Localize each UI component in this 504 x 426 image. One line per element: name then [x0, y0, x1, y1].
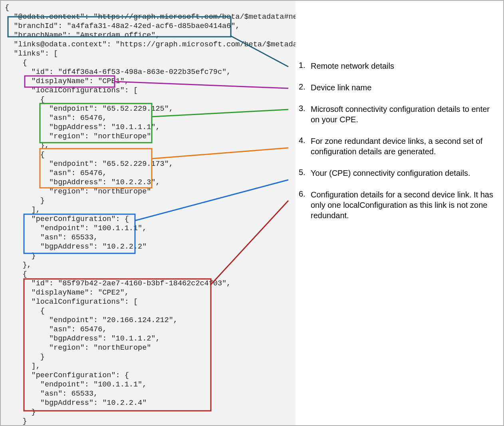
code-line: ],	[5, 205, 296, 215]
code-line: "branchName": "Amsterdam office",	[5, 31, 296, 40]
legend-item-number: 5.	[296, 168, 311, 177]
code-line: }	[5, 251, 296, 261]
code-line: }	[5, 352, 296, 362]
code-line: "displayName": "CPE2",	[5, 288, 296, 297]
code-line: },	[5, 141, 296, 150]
diagram-frame: { "@odata.context": "https://graph.micro…	[0, 0, 504, 426]
legend-item-number: 6.	[296, 189, 311, 199]
code-line: "links@odata.context": "https://graph.mi…	[5, 40, 296, 49]
legend-item: 2.Device link name	[296, 82, 499, 93]
legend-item-text: Your (CPE) connectivity configuration de…	[311, 168, 499, 178]
code-line: "peerConfiguration": {	[5, 371, 296, 380]
code-line: {	[5, 307, 296, 316]
code-line: "bgpAddress": "10.2.2.2"	[5, 242, 296, 251]
code-line: "region": "northEurope"	[5, 343, 296, 352]
code-line: },	[5, 261, 296, 270]
code-line: {	[5, 95, 296, 104]
legend-item-text: Device link name	[311, 82, 499, 93]
code-line: "bgpAddress": "10.1.1.2",	[5, 334, 296, 343]
legend-item: 1.Remote network details	[296, 61, 499, 71]
legend-item-text: Configuration details for a second devic…	[311, 189, 499, 221]
code-line: "region": "northEurope"	[5, 132, 296, 141]
legend-item-text: Microsoft connectivity configuration det…	[311, 104, 499, 125]
legend-item-number: 4.	[296, 136, 311, 145]
code-line: "endpoint": "20.166.124.212",	[5, 316, 296, 325]
legend-item-number: 1.	[296, 61, 311, 70]
code-line: "peerConfiguration": {	[5, 215, 296, 224]
code-line: "bgpAddress": "10.1.1.1",	[5, 123, 296, 132]
legend-item-number: 2.	[296, 82, 311, 92]
code-line: }	[5, 417, 296, 425]
code-line: "asn": 65476,	[5, 169, 296, 178]
code-line: }	[5, 196, 296, 205]
code-line: "endpoint": "65.52.229.173",	[5, 159, 296, 169]
legend-item: 3.Microsoft connectivity configuration d…	[296, 104, 499, 125]
code-line: "asn": 65476,	[5, 325, 296, 334]
code-line: "asn": 65476,	[5, 113, 296, 123]
code-line: }	[5, 408, 296, 417]
code-line: "region": "northEurope"	[5, 187, 296, 196]
code-line: "displayName": "CPE1",	[5, 77, 296, 86]
code-line: {	[5, 270, 296, 279]
code-line: "asn": 65533,	[5, 389, 296, 398]
code-line: "bgpAddress": "10.2.2.4"	[5, 398, 296, 408]
code-line: "branchId": "a4fafa31-48a2-42ed-acf6-d85…	[5, 22, 296, 31]
code-line: "endpoint": "65.52.229.125",	[5, 104, 296, 113]
code-line: "endpoint": "100.1.1.1",	[5, 224, 296, 233]
code-line: "@odata.context": "https://graph.microso…	[5, 12, 296, 22]
code-line: "asn": 65533,	[5, 233, 296, 242]
legend-item: 6.Configuration details for a second dev…	[296, 189, 499, 221]
legend-item-text: For zone redundant device links, a secon…	[311, 136, 499, 157]
legend-list: 1.Remote network details2.Device link na…	[296, 61, 499, 232]
legend-item-number: 3.	[296, 104, 311, 113]
legend-item-text: Remote network details	[311, 61, 499, 71]
code-line: {	[5, 150, 296, 159]
code-line: "endpoint": "100.1.1.1",	[5, 380, 296, 389]
json-code-block: { "@odata.context": "https://graph.micro…	[1, 1, 296, 425]
legend-item: 5.Your (CPE) connectivity configuration …	[296, 168, 499, 178]
code-line: "localConfigurations": [	[5, 86, 296, 95]
code-line: "localConfigurations": [	[5, 297, 296, 307]
code-line: ],	[5, 362, 296, 371]
code-line: {	[5, 58, 296, 68]
code-line: "bgpAddress": "10.2.2.3",	[5, 178, 296, 187]
code-line: {	[5, 3, 296, 12]
legend-item: 4.For zone redundant device links, a sec…	[296, 136, 499, 157]
code-line: "id": "df4f36a4-6f53-498a-863e-022b35efc…	[5, 68, 296, 77]
code-line: "id": "85f97b42-2ae7-4160-b3bf-18462c2c4…	[5, 279, 296, 288]
code-line: "links": [	[5, 49, 296, 58]
